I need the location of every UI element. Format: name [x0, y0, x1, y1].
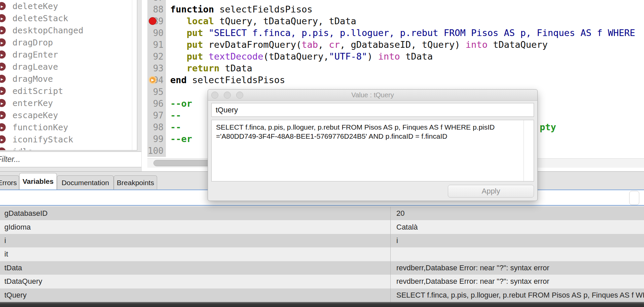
- handler-item-deleteKey[interactable]: deleteKey: [0, 0, 137, 12]
- line-number[interactable]: 93: [147, 63, 166, 73]
- line-text: local tQuery, tDataQuery, tData: [170, 16, 356, 26]
- handler-label: dragLeave: [12, 62, 58, 72]
- handler-label: idle: [12, 147, 33, 151]
- variable-value-cell[interactable]: revdberr,Database Error: near "?": synta…: [391, 261, 644, 275]
- dialog-titlebar[interactable]: Value : tQuery: [208, 90, 537, 101]
- line-number[interactable]: 91: [147, 40, 166, 50]
- line-text: put revDataFromQuery(tab, cr, gDatabaseI…: [170, 39, 548, 50]
- apply-button[interactable]: Apply: [448, 185, 534, 198]
- handler-label: deleteStack: [12, 13, 68, 23]
- code-line-89[interactable]: 89 local tQuery, tDataQuery, tData: [147, 15, 644, 27]
- handler-label: desktopChanged: [12, 26, 83, 35]
- handler-message-icon: [0, 123, 6, 131]
- code-line-87[interactable]: 87: [147, 0, 644, 3]
- handler-message-icon: [0, 63, 6, 71]
- variable-name-cell[interactable]: it: [0, 247, 391, 261]
- bottom-scrollbar-track[interactable]: [0, 302, 644, 307]
- dialog-title: Value : tQuery: [208, 90, 537, 100]
- handler-item-functionKey[interactable]: functionKey: [0, 121, 137, 133]
- line-number[interactable]: 97: [147, 110, 166, 121]
- value-scrollbar[interactable]: [524, 120, 534, 181]
- line-number[interactable]: 100: [147, 146, 166, 156]
- code-line-98-fragment: pty: [540, 121, 556, 133]
- handler-filter-input[interactable]: Filter...: [0, 151, 145, 167]
- variable-name-cell[interactable]: gIdioma: [0, 220, 391, 234]
- code-line-88[interactable]: 88function selectFieldsPisos: [147, 3, 644, 15]
- variable-row-gDatabaseID[interactable]: gDatabaseID20: [0, 207, 644, 220]
- variable-name-cell[interactable]: gDatabaseID: [0, 207, 391, 220]
- handler-label: enterKey: [12, 98, 53, 108]
- code-line-90[interactable]: 90 put "SELECT f.finca, p.pis, p.lloguer…: [147, 27, 644, 39]
- variable-name-cell[interactable]: tDataQuery: [0, 275, 391, 288]
- line-number[interactable]: 99: [147, 134, 166, 144]
- variable-row-tDataQuery[interactable]: tDataQueryrevdberr,Database Error: near …: [0, 275, 644, 288]
- handler-message-icon: [0, 26, 6, 34]
- handler-item-dragLeave[interactable]: dragLeave: [0, 61, 137, 73]
- line-number[interactable]: 95: [147, 87, 166, 97]
- variable-value-textarea[interactable]: SELECT f.finca, p.pis, p.lloguer, p.rebu…: [211, 120, 534, 181]
- handler-label: dragEnter: [12, 50, 58, 60]
- variable-row-gIdioma[interactable]: gIdiomaCatalà: [0, 220, 644, 234]
- variable-row-tData[interactable]: tDatarevdberr,Database Error: near "?": …: [0, 261, 644, 275]
- handler-item-dragDrop[interactable]: dragDrop: [0, 36, 137, 48]
- line-number[interactable]: 98: [147, 122, 166, 132]
- handler-item-idle[interactable]: idle: [0, 145, 137, 150]
- variable-value-cell[interactable]: revdberr,Database Error: near "?": synta…: [391, 275, 644, 288]
- handler-list[interactable]: deleteKeydeleteStackdesktopChangeddragDr…: [0, 0, 137, 150]
- line-number[interactable]: 92: [147, 52, 166, 62]
- execution-point-icon[interactable]: [149, 76, 156, 84]
- handler-item-escapeKey[interactable]: escapeKey: [0, 109, 137, 121]
- variable-value-cell[interactable]: Català: [391, 220, 644, 234]
- line-number[interactable]: 96: [147, 99, 166, 109]
- variable-row-it[interactable]: it: [0, 247, 644, 261]
- handler-filter-placeholder: Filter...: [0, 155, 20, 164]
- handler-item-dragMove[interactable]: dragMove: [0, 73, 137, 85]
- variable-name-cell[interactable]: tData: [0, 261, 391, 275]
- handler-label: editScript: [12, 86, 63, 96]
- code-line-94[interactable]: 94end selectFieldsPisos: [147, 74, 644, 86]
- handler-label: functionKey: [12, 123, 68, 132]
- variable-row-tQuery[interactable]: tQuerySELECT f.finca, p.pis, p.lloguer, …: [0, 288, 644, 302]
- variable-value-cell[interactable]: SELECT f.finca, p.pis, p.lloguer, p.rebu…: [391, 288, 644, 302]
- variable-row-i[interactable]: ii: [0, 234, 644, 247]
- handler-item-iconifyStack[interactable]: iconifyStack: [0, 133, 137, 145]
- line-text: --er: [170, 134, 192, 144]
- variable-name-field[interactable]: tQuery: [211, 103, 534, 117]
- line-text: --: [170, 110, 181, 121]
- variable-value-cell[interactable]: [391, 247, 644, 261]
- variables-table: gDatabaseID20gIdiomaCatalàiiittDatarevdb…: [0, 207, 644, 302]
- code-line-92[interactable]: 92 put textDecode(tDataQuery,"UTF-8") in…: [147, 50, 644, 62]
- tab-variables[interactable]: Variables: [19, 173, 57, 190]
- handler-label: iconifyStack: [12, 135, 73, 144]
- handler-message-icon: [0, 99, 6, 107]
- line-number[interactable]: 88: [147, 4, 166, 14]
- line-text: return tData: [170, 63, 252, 73]
- handler-item-enterKey[interactable]: enterKey: [0, 97, 137, 109]
- handler-item-deleteStack[interactable]: deleteStack: [0, 12, 137, 24]
- variables-scrollbar[interactable]: [629, 191, 639, 205]
- variable-value-text: SELECT f.finca, p.pis, p.lloguer, p.rebu…: [216, 123, 520, 141]
- line-text: end selectFieldsPisos: [170, 75, 285, 85]
- handler-message-icon: [0, 50, 6, 59]
- variable-name-cell[interactable]: i: [0, 234, 391, 247]
- handler-label: dragMove: [12, 74, 53, 84]
- code-line-93[interactable]: 93 return tData: [147, 62, 644, 74]
- breakpoint-icon[interactable]: [149, 17, 156, 25]
- handler-message-icon: [0, 75, 6, 83]
- variable-value-cell[interactable]: i: [391, 234, 644, 247]
- line-number[interactable]: 90: [147, 28, 166, 38]
- handler-item-dragEnter[interactable]: dragEnter: [0, 48, 137, 61]
- tab-breakpoints[interactable]: Breakpoints: [114, 175, 157, 190]
- line-number[interactable]: 87: [147, 0, 166, 3]
- handler-item-desktopChanged[interactable]: desktopChanged: [0, 24, 137, 36]
- handler-item-editScript[interactable]: editScript: [0, 85, 137, 97]
- tab-errors[interactable]: Errors: [0, 175, 19, 190]
- line-text: function selectFieldsPisos: [170, 4, 313, 14]
- line-text: put "SELECT f.finca, p.pis, p.lloguer, p…: [170, 28, 635, 38]
- variable-value-cell[interactable]: 20: [391, 207, 644, 220]
- handler-message-icon: [0, 135, 6, 143]
- tab-documentation[interactable]: Documentation: [57, 175, 114, 190]
- variable-name-cell[interactable]: tQuery: [0, 288, 391, 302]
- code-line-91[interactable]: 91 put revDataFromQuery(tab, cr, gDataba…: [147, 39, 644, 50]
- handler-message-icon: [0, 14, 6, 22]
